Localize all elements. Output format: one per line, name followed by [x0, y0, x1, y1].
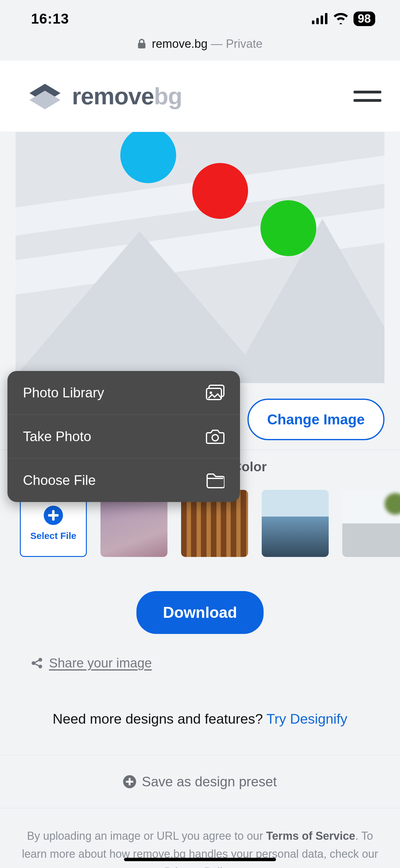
plus-circle-icon: [44, 506, 63, 525]
svg-rect-1: [316, 18, 319, 24]
svg-line-13: [35, 660, 39, 662]
svg-rect-0: [312, 21, 314, 24]
camera-icon: [206, 428, 225, 444]
svg-rect-2: [321, 16, 323, 24]
designify-promo: Need more designs and features? Try Desi…: [0, 695, 400, 755]
url-domain: remove.bg: [152, 37, 208, 50]
brand-logo[interactable]: removebg: [28, 81, 182, 111]
battery-level: 98: [354, 11, 375, 26]
url-suffix: — Private: [207, 37, 262, 50]
layers-icon: [28, 81, 62, 111]
svg-rect-9: [48, 514, 59, 517]
choose-file-option[interactable]: Choose File: [7, 459, 240, 502]
photo-library-option[interactable]: Photo Library: [7, 371, 240, 415]
status-right: 98: [312, 11, 375, 26]
cellular-icon: [312, 13, 328, 24]
take-photo-option[interactable]: Take Photo: [7, 415, 240, 459]
share-label: Share your image: [49, 656, 152, 671]
svg-line-14: [35, 664, 39, 666]
folder-icon: [206, 472, 225, 488]
home-indicator[interactable]: [124, 858, 276, 861]
menu-button[interactable]: [354, 87, 381, 105]
wifi-icon: [333, 13, 348, 24]
select-file-label: Select File: [30, 531, 76, 541]
share-icon: [31, 657, 43, 669]
status-time: 16:13: [31, 10, 69, 27]
status-bar: 16:13 98: [0, 0, 400, 37]
green-circle: [261, 200, 316, 256]
try-designify-link[interactable]: Try Designify: [266, 711, 347, 727]
image-preview: [15, 132, 385, 383]
file-source-popover: Photo Library Take Photo Choose File: [7, 371, 240, 502]
svg-rect-17: [126, 781, 133, 783]
red-circle: [192, 163, 248, 219]
terms-of-service-link[interactable]: Terms of Service: [266, 830, 355, 842]
bg-thumbnail-4[interactable]: [342, 490, 400, 557]
share-link[interactable]: Share your image: [0, 646, 400, 695]
photo-library-icon: [206, 385, 225, 401]
plus-circle-icon: [123, 775, 136, 788]
svg-rect-3: [325, 13, 328, 24]
bg-thumbnail-3[interactable]: [262, 490, 329, 557]
save-preset-button[interactable]: Save as design preset: [0, 755, 400, 808]
download-button[interactable]: Download: [136, 591, 264, 634]
lock-icon: [137, 38, 146, 51]
change-image-button[interactable]: Change Image: [247, 399, 385, 440]
site-header: removebg: [0, 61, 400, 132]
browser-url-bar[interactable]: remove.bg — Private: [0, 37, 400, 61]
svg-rect-4: [138, 43, 145, 49]
svg-point-21: [212, 435, 218, 441]
brand-text: removebg: [72, 83, 182, 110]
svg-point-20: [210, 392, 212, 394]
